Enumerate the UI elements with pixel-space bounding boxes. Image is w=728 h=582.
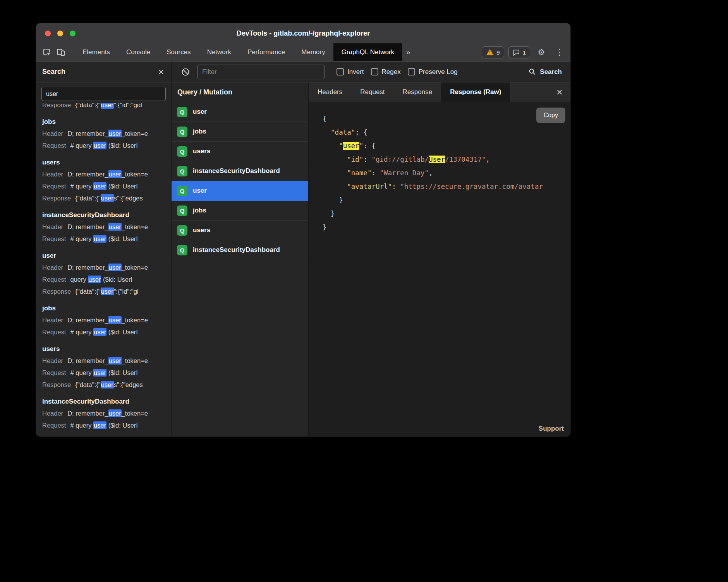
devtools-toolbar: ElementsConsoleSourcesNetworkPerformance… bbox=[36, 43, 570, 62]
search-result-line[interactable]: HeaderD; remember_user_token=e bbox=[42, 314, 165, 326]
titlebar: DevTools - gitlab.com/-/graphql-explorer bbox=[36, 23, 570, 43]
search-close-icon[interactable] bbox=[157, 68, 165, 76]
devtools-tabs: ElementsConsoleSourcesNetworkPerformance… bbox=[74, 43, 402, 61]
search-result-line[interactable]: Request# query user ($id: UserI bbox=[42, 367, 165, 379]
search-result-line[interactable]: Response{"data":{"users":{"edges bbox=[42, 192, 165, 204]
search-result-group-title[interactable]: instanceSecurityDashboard bbox=[42, 211, 165, 219]
copy-button[interactable]: Copy bbox=[536, 108, 565, 123]
result-line-label: Header bbox=[42, 317, 63, 324]
search-result-group-title[interactable]: instanceSecurityDashboard bbox=[42, 398, 165, 406]
result-line-content: D; remember_user_token=e bbox=[67, 223, 148, 231]
search-result-group-title[interactable]: jobs bbox=[42, 118, 165, 126]
preserve-log-checkbox-label: Preserve Log bbox=[419, 68, 458, 76]
query-panel: Query / Mutation QuserQjobsQusersQinstan… bbox=[172, 82, 309, 436]
invert-checkbox[interactable]: Invert bbox=[337, 68, 364, 76]
result-line-content: D; remember_user_token=e bbox=[67, 264, 148, 271]
query-list-item[interactable]: QinstanceSecurityDashboard bbox=[172, 161, 308, 181]
warning-count: 9 bbox=[496, 49, 500, 56]
tab-graphql-network[interactable]: GraphQL Network bbox=[333, 43, 402, 61]
response-tab-request[interactable]: Request bbox=[351, 82, 393, 102]
result-line-content: # query user ($id: UserI bbox=[70, 182, 137, 190]
query-list-item[interactable]: Quser bbox=[172, 102, 308, 122]
query-list-item[interactable]: Qjobs bbox=[172, 122, 308, 142]
regex-checkbox[interactable]: Regex bbox=[371, 68, 401, 76]
search-result-line[interactable]: HeaderD; remember_user_token=e bbox=[42, 168, 165, 180]
tab-performance[interactable]: Performance bbox=[239, 43, 293, 61]
response-close-icon[interactable] bbox=[549, 82, 570, 102]
support-link[interactable]: Support bbox=[539, 425, 564, 433]
preserve-log-checkbox-box[interactable] bbox=[408, 68, 415, 75]
search-result-line[interactable]: HeaderD; remember_user_token=e bbox=[42, 407, 165, 419]
more-tabs-chevron[interactable]: » bbox=[402, 43, 414, 61]
network-panels: Query / Mutation QuserQjobsQusersQinstan… bbox=[172, 82, 570, 436]
warning-badge[interactable]: 9 bbox=[482, 46, 504, 58]
search-result-group-title[interactable]: jobs bbox=[42, 305, 165, 312]
response-tab-headers[interactable]: Headers bbox=[309, 82, 351, 102]
minimize-window-button[interactable] bbox=[57, 31, 63, 36]
traffic-lights bbox=[45, 31, 76, 36]
search-result-line[interactable]: Requestquery user ($id: UserI bbox=[42, 274, 165, 286]
response-tabs-list: HeadersRequestResponseResponse (Raw) bbox=[309, 82, 510, 102]
result-line-label: Request bbox=[42, 142, 66, 149]
result-line-label: Request bbox=[42, 422, 66, 429]
tab-sources[interactable]: Sources bbox=[158, 43, 199, 61]
json-line: "id": "gid://gitlab/User/13704317", bbox=[323, 153, 570, 166]
result-line-content: D; remember_user_token=e bbox=[67, 316, 148, 324]
tab-console[interactable]: Console bbox=[118, 43, 158, 61]
search-result-group-title[interactable]: users bbox=[42, 159, 165, 166]
search-result-group-title[interactable]: users bbox=[42, 345, 165, 353]
zoom-window-button[interactable] bbox=[70, 31, 76, 36]
search-panel-header: Search bbox=[36, 62, 171, 82]
search-result-line[interactable]: Response{"data":{"users":{"edges bbox=[42, 379, 165, 391]
issues-badge[interactable]: 1 bbox=[508, 46, 530, 58]
query-list-item[interactable]: Qjobs bbox=[172, 201, 308, 221]
query-list-item[interactable]: Qusers bbox=[172, 142, 308, 161]
query-list-item[interactable]: Quser bbox=[172, 181, 308, 201]
search-result-group-title[interactable]: user bbox=[42, 252, 165, 260]
search-result-line[interactable]: HeaderD; remember_user_token=e bbox=[42, 262, 165, 274]
tab-network[interactable]: Network bbox=[199, 43, 239, 61]
main-area: Search Response{"data":{"user":{"id":"gi… bbox=[36, 62, 570, 436]
search-result-line[interactable]: HeaderD; remember_user_token=e bbox=[42, 355, 165, 367]
search-result-line[interactable]: HeaderD; remember_user_token=e bbox=[42, 128, 165, 140]
result-line-content: D; remember_user_token=e bbox=[67, 170, 148, 178]
inspect-element-icon[interactable] bbox=[40, 46, 54, 59]
regex-checkbox-label: Regex bbox=[382, 68, 401, 76]
issues-count: 1 bbox=[523, 49, 526, 56]
regex-checkbox-box[interactable] bbox=[371, 68, 378, 75]
search-input[interactable] bbox=[41, 87, 166, 101]
device-toolbar-icon[interactable] bbox=[54, 46, 68, 59]
clear-icon[interactable] bbox=[179, 65, 192, 79]
tab-elements[interactable]: Elements bbox=[74, 43, 118, 61]
response-tab-response-raw[interactable]: Response (Raw) bbox=[441, 82, 510, 102]
search-result-line[interactable]: HeaderD; remember_user_token=e bbox=[42, 221, 165, 233]
query-type-badge: Q bbox=[177, 186, 187, 196]
toolbar-divider bbox=[71, 48, 71, 57]
query-name: instanceSecurityDashboard bbox=[193, 246, 280, 254]
search-result-line[interactable]: Request# query user ($id: UserI bbox=[42, 233, 165, 245]
close-window-button[interactable] bbox=[45, 31, 51, 36]
search-result-line[interactable]: Request# query user ($id: UserI bbox=[42, 419, 165, 431]
result-line-content: # query user ($id: UserI bbox=[70, 328, 137, 336]
query-list-item[interactable]: Qusers bbox=[172, 221, 308, 240]
tab-memory[interactable]: Memory bbox=[293, 43, 333, 61]
search-result-line[interactable]: Response{"data":{"user":{"id":"gid bbox=[42, 103, 165, 111]
query-type-badge: Q bbox=[177, 166, 187, 176]
response-tab-response[interactable]: Response bbox=[394, 82, 441, 102]
invert-checkbox-box[interactable] bbox=[337, 68, 344, 75]
search-result-group: instanceSecurityDashboardHeaderD; rememb… bbox=[42, 398, 165, 431]
search-result-line[interactable]: Request# query user ($id: UserI bbox=[42, 180, 165, 192]
preserve-log-checkbox[interactable]: Preserve Log bbox=[408, 68, 458, 76]
search-result-line[interactable]: Response{"data":{"user":{"id":"gi bbox=[42, 286, 165, 298]
settings-gear-icon[interactable]: ⚙ bbox=[534, 46, 548, 59]
filter-input[interactable] bbox=[197, 65, 325, 79]
query-list-item[interactable]: QinstanceSecurityDashboard bbox=[172, 240, 308, 260]
response-content: Copy { "data": { "user": { "id": "gid://… bbox=[309, 102, 570, 436]
result-line-content: # query user ($id: UserI bbox=[70, 369, 137, 377]
search-result-line[interactable]: Request# query user ($id: UserI bbox=[42, 140, 165, 152]
result-line-content: query user ($id: UserI bbox=[70, 276, 132, 283]
search-button[interactable]: Search bbox=[528, 68, 563, 76]
kebab-menu-icon[interactable]: ⋮ bbox=[553, 46, 567, 59]
result-line-label: Response bbox=[42, 381, 71, 388]
search-result-line[interactable]: Request# query user ($id: UserI bbox=[42, 326, 165, 338]
